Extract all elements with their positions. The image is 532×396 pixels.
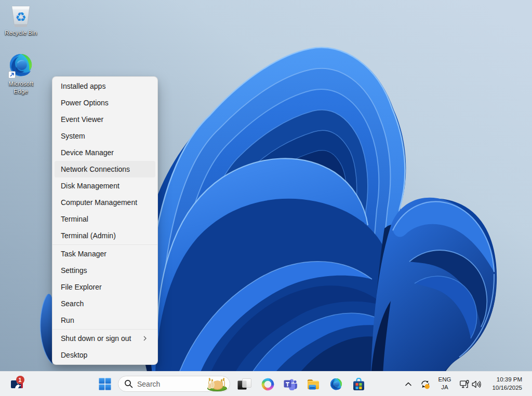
chevron-up-icon xyxy=(405,382,411,386)
menu-item-terminal[interactable]: Terminal xyxy=(55,211,155,227)
menu-item-device-manager[interactable]: Device Manager xyxy=(55,144,155,161)
menu-item-disk-management[interactable]: Disk Management xyxy=(55,177,155,194)
store-button[interactable] xyxy=(352,374,365,394)
edge-icon xyxy=(8,52,33,78)
clock-time: 10:39 PM xyxy=(475,376,522,384)
menu-separator xyxy=(52,329,157,330)
desktop-icon-microsoft-edge[interactable]: Microsoft Edge xyxy=(1,52,41,95)
menu-item-label: Disk Management xyxy=(61,182,119,190)
menu-item-task-manager[interactable]: Task Manager xyxy=(55,245,155,262)
teams-icon xyxy=(284,378,297,390)
menu-item-label: Installed apps xyxy=(61,82,105,90)
submenu-chevron-icon xyxy=(142,335,148,342)
menu-item-computer-management[interactable]: Computer Management xyxy=(55,194,155,211)
copilot-icon xyxy=(261,378,274,391)
windows-11-desktop: { "desktop": { "icons": [ { "id": "recyc… xyxy=(0,0,532,396)
file-explorer-button[interactable] xyxy=(306,374,320,394)
menu-item-label: Power Options xyxy=(61,99,109,107)
search-icon xyxy=(124,379,133,388)
windows-update-icon xyxy=(420,379,431,390)
menu-item-run[interactable]: Run xyxy=(55,312,155,329)
menu-item-settings[interactable]: Settings xyxy=(55,262,155,279)
search-box[interactable]: Search xyxy=(118,376,230,392)
network-icon xyxy=(460,380,469,389)
search-placeholder: Search xyxy=(137,380,204,388)
menu-item-label: Task Manager xyxy=(61,250,107,258)
recycle-symbol-glyph: ♻ xyxy=(15,10,26,24)
language-line2: JA xyxy=(434,384,455,391)
tray-show-hidden-icons-button[interactable] xyxy=(404,379,413,389)
menu-item-label: Terminal (Admin) xyxy=(61,231,116,240)
winx-context-menu: Installed apps Power Options Event Viewe… xyxy=(52,76,158,365)
menu-item-file-explorer[interactable]: File Explorer xyxy=(55,279,155,295)
menu-separator xyxy=(52,244,157,245)
recycle-bin-label: Recycle Bin xyxy=(5,29,37,37)
language-line1: ENG xyxy=(434,376,455,384)
menu-item-label: Terminal xyxy=(61,215,88,223)
search-bing-daily-image xyxy=(204,376,230,392)
tray-network-button[interactable] xyxy=(459,377,470,391)
clock-date: 10/16/2025 xyxy=(475,384,522,392)
menu-item-label: Network Connections xyxy=(61,165,130,173)
tray-update-status-button[interactable] xyxy=(420,377,431,391)
taskbar: 1 Search xyxy=(0,371,532,396)
shortcut-arrow-overlay xyxy=(9,72,16,78)
file-explorer-icon xyxy=(307,378,320,390)
menu-item-desktop[interactable]: Desktop xyxy=(55,347,155,363)
menu-item-terminal-admin[interactable]: Terminal (Admin) xyxy=(55,227,155,244)
microsoft-edge-label: Microsoft Edge xyxy=(4,80,38,95)
edge-taskbar-icon xyxy=(330,378,342,390)
menu-item-label: Search xyxy=(61,299,84,308)
teams-button[interactable] xyxy=(283,374,297,394)
tray-clock[interactable]: 10:39 PM 10/16/2025 xyxy=(475,376,522,392)
menu-item-label: File Explorer xyxy=(61,283,102,291)
menu-item-system[interactable]: System xyxy=(55,128,155,144)
menu-item-label: System xyxy=(61,132,85,140)
recycle-bin-icon: ♻ xyxy=(9,5,32,28)
copilot-button[interactable] xyxy=(261,374,274,394)
start-button[interactable] xyxy=(95,374,115,394)
menu-item-installed-apps[interactable]: Installed apps xyxy=(55,78,155,94)
menu-item-label: Desktop xyxy=(61,351,87,359)
start-windows-icon xyxy=(99,378,111,390)
edge-button[interactable] xyxy=(329,374,342,394)
widgets-button[interactable]: 1 xyxy=(6,374,27,394)
task-view-icon xyxy=(237,378,251,390)
menu-item-label: Event Viewer xyxy=(61,115,103,124)
menu-item-search[interactable]: Search xyxy=(55,295,155,312)
menu-item-label: Run xyxy=(61,316,74,324)
store-icon xyxy=(353,378,365,391)
widgets-notification-badge: 1 xyxy=(16,376,24,384)
menu-item-power-options[interactable]: Power Options xyxy=(55,94,155,111)
menu-item-shut-down-or-sign-out[interactable]: Shut down or sign out xyxy=(55,330,155,347)
tray-language-indicator[interactable]: ENG JA xyxy=(434,376,455,391)
menu-item-label: Device Manager xyxy=(61,148,114,157)
menu-item-label: Computer Management xyxy=(61,198,137,207)
menu-item-label: Shut down or sign out xyxy=(61,334,131,343)
menu-item-event-viewer[interactable]: Event Viewer xyxy=(55,111,155,128)
desktop-icon-recycle-bin[interactable]: ♻ Recycle Bin xyxy=(1,5,41,37)
task-view-button[interactable] xyxy=(237,374,251,394)
menu-item-network-connections[interactable]: Network Connections xyxy=(55,161,155,177)
menu-item-label: Settings xyxy=(61,266,87,275)
